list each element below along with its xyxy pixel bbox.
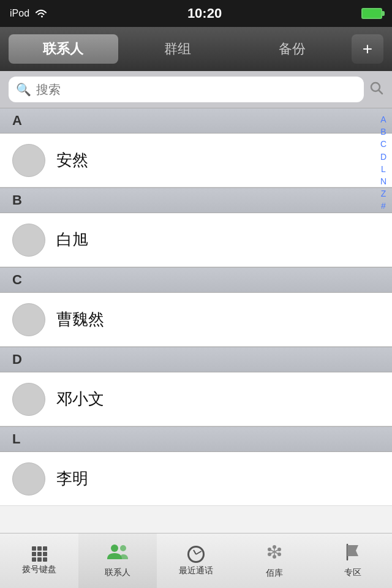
avatar (12, 462, 45, 496)
bottom-tab-recents[interactable]: 最近通话 (157, 533, 235, 589)
search-input[interactable] (36, 83, 356, 97)
bottom-tab-bar: 拨号键盘 联系人 最近通话 (0, 533, 392, 588)
svg-line-1 (379, 90, 383, 94)
flake-icon (265, 543, 284, 565)
section-header-C: C (0, 267, 392, 293)
search-icon-right (364, 81, 383, 98)
index-letter-Z[interactable]: Z (381, 188, 386, 199)
recents-label: 最近通话 (179, 565, 213, 576)
section-header-B: B (0, 187, 392, 213)
index-sidebar[interactable]: ABCDLNZ# (375, 108, 392, 533)
contact-name: 李明 (56, 468, 88, 489)
contact-name: 曹魏然 (56, 309, 104, 330)
avatar (12, 383, 45, 416)
index-letter-C[interactable]: C (380, 138, 386, 149)
contact-name: 安然 (56, 149, 88, 171)
bottom-tab-contacts[interactable]: 联系人 (78, 533, 157, 589)
contact-item[interactable]: 李明 (0, 452, 392, 506)
clock-icon (187, 546, 205, 563)
search-bar: 🔍 (0, 71, 392, 108)
dialpad-label: 拨号键盘 (22, 564, 56, 575)
contact-list: A安然B白旭C曹魏然D邓小文L李明 (0, 108, 392, 533)
status-left: iPod (10, 8, 48, 19)
bottom-tab-library[interactable]: 佰库 (235, 533, 314, 589)
bottom-tab-zone[interactable]: 专区 (314, 533, 392, 589)
contact-name: 邓小文 (56, 388, 104, 410)
section-header-A: A (0, 108, 392, 134)
dialpad-icon (32, 546, 47, 562)
svg-point-2 (111, 545, 118, 552)
status-bar: iPod 10:20 (0, 0, 392, 27)
tab-contacts[interactable]: 联系人 (9, 34, 118, 64)
bottom-tab-dialpad[interactable]: 拨号键盘 (0, 533, 78, 589)
add-contact-button[interactable]: + (352, 34, 383, 64)
contact-name: 白旭 (56, 229, 88, 251)
flag-icon (345, 543, 361, 565)
contacts-label: 联系人 (105, 567, 130, 578)
index-letter-L[interactable]: L (381, 164, 386, 175)
contact-item[interactable]: 曹魏然 (0, 293, 392, 347)
avatar (12, 303, 45, 336)
carrier-label: iPod (10, 8, 29, 19)
tab-backup[interactable]: 备份 (237, 34, 347, 64)
people-icon (107, 543, 129, 565)
index-letter-D[interactable]: D (380, 151, 386, 162)
library-label: 佰库 (266, 568, 283, 579)
index-letter-B[interactable]: B (380, 126, 386, 137)
search-glass-icon: 🔍 (16, 82, 31, 97)
zone-label: 专区 (344, 567, 361, 578)
status-time: 10:20 (187, 6, 222, 21)
contact-item[interactable]: 邓小文 (0, 372, 392, 426)
index-letter-A[interactable]: A (380, 114, 386, 125)
contact-item[interactable]: 安然 (0, 134, 392, 187)
index-letter-#[interactable]: # (381, 200, 386, 211)
section-header-D: D (0, 347, 392, 372)
contact-item[interactable]: 白旭 (0, 213, 392, 267)
battery-icon (361, 8, 382, 19)
avatar (12, 144, 45, 177)
svg-point-3 (120, 545, 126, 551)
wifi-icon (34, 9, 48, 18)
avatar (12, 224, 45, 257)
search-input-wrap: 🔍 (9, 77, 364, 102)
index-letter-N[interactable]: N (380, 176, 386, 187)
nav-bar: 联系人 群组 备份 + (0, 27, 392, 71)
section-header-L: L (0, 426, 392, 452)
tab-groups[interactable]: 群组 (123, 34, 233, 64)
